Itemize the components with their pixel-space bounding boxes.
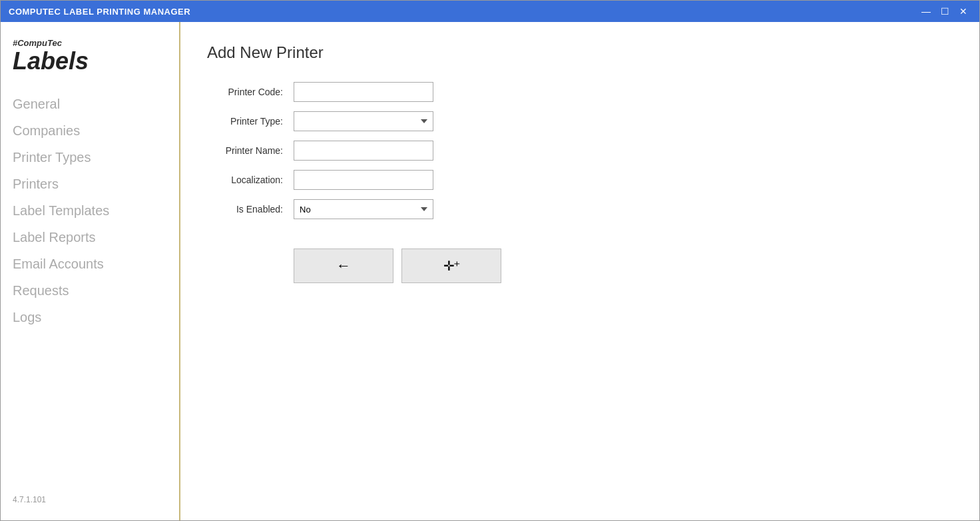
- title-bar: COMPUTEC LABEL PRINTING MANAGER — ☐ ✕: [1, 1, 979, 22]
- sidebar-item-label-templates[interactable]: Label Templates: [13, 197, 167, 224]
- sidebar-item-companies[interactable]: Companies: [13, 117, 167, 144]
- printer-code-input[interactable]: [294, 82, 433, 102]
- printer-type-select[interactable]: [294, 111, 433, 131]
- title-bar-controls: — ☐ ✕: [918, 5, 971, 18]
- printer-name-row: Printer Name:: [207, 141, 953, 161]
- printer-type-label: Printer Type:: [207, 116, 294, 127]
- logo-hashtag: #CompuTec: [13, 38, 167, 48]
- back-arrow-icon: ←: [336, 257, 351, 274]
- page-title: Add New Printer: [207, 43, 953, 62]
- minimize-button[interactable]: —: [918, 5, 934, 18]
- logo-labels: Labels: [13, 48, 167, 75]
- add-printer-form: Printer Code: Printer Type: Printer Name…: [207, 82, 953, 283]
- printer-name-label: Printer Name:: [207, 145, 294, 156]
- printer-type-row: Printer Type:: [207, 111, 953, 131]
- add-button[interactable]: ✛⁺: [401, 249, 501, 283]
- back-button[interactable]: ←: [294, 249, 393, 283]
- printer-code-row: Printer Code:: [207, 82, 953, 102]
- localization-input[interactable]: [294, 170, 433, 190]
- button-row: ← ✛⁺: [294, 249, 953, 283]
- localization-label: Localization:: [207, 175, 294, 185]
- maximize-button[interactable]: ☐: [937, 5, 953, 18]
- logo-area: #CompuTec Labels: [1, 33, 179, 91]
- sidebar-item-general[interactable]: General: [13, 91, 167, 117]
- printer-code-label: Printer Code:: [207, 87, 294, 97]
- localization-row: Localization:: [207, 170, 953, 190]
- is-enabled-row: Is Enabled: No Yes: [207, 199, 953, 219]
- sidebar-item-label-reports[interactable]: Label Reports: [13, 224, 167, 251]
- title-bar-text: COMPUTEC LABEL PRINTING MANAGER: [9, 7, 190, 17]
- is-enabled-select[interactable]: No Yes: [294, 199, 433, 219]
- sidebar-item-requests[interactable]: Requests: [13, 277, 167, 304]
- app-window: COMPUTEC LABEL PRINTING MANAGER — ☐ ✕ #C…: [0, 0, 980, 521]
- close-button[interactable]: ✕: [955, 5, 971, 18]
- main-content: Add New Printer Printer Code: Printer Ty…: [180, 22, 979, 520]
- add-printer-icon: ✛⁺: [443, 258, 459, 274]
- sidebar-item-email-accounts[interactable]: Email Accounts: [13, 251, 167, 277]
- sidebar-item-printer-types[interactable]: Printer Types: [13, 144, 167, 171]
- sidebar: #CompuTec Labels General Companies Print…: [1, 22, 179, 520]
- printer-name-input[interactable]: [294, 141, 433, 161]
- window-body: #CompuTec Labels General Companies Print…: [1, 22, 979, 520]
- sidebar-item-logs[interactable]: Logs: [13, 304, 167, 330]
- nav-items: General Companies Printer Types Printers…: [1, 91, 179, 490]
- sidebar-item-printers[interactable]: Printers: [13, 171, 167, 197]
- version-label: 4.7.1.101: [1, 490, 179, 510]
- is-enabled-label: Is Enabled:: [207, 204, 294, 215]
